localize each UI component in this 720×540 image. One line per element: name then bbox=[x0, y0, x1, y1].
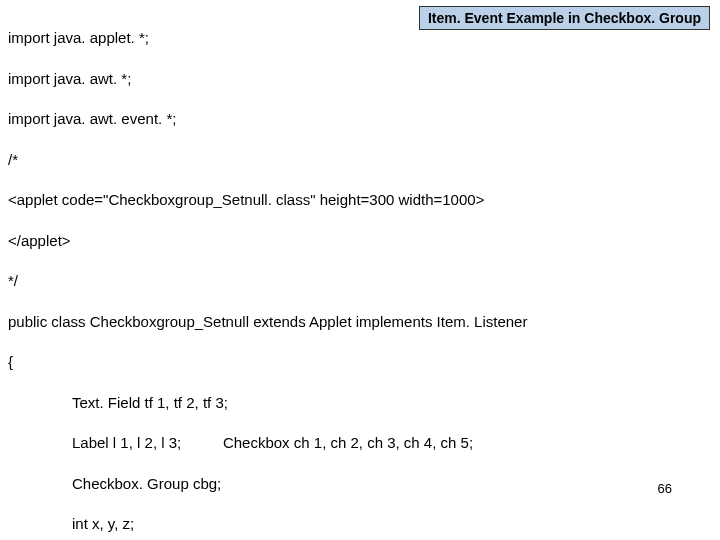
code-line: Label l 1, l 2, l 3; Checkbox ch 1, ch 2… bbox=[8, 433, 712, 453]
code-line: Checkbox. Group cbg; bbox=[8, 474, 712, 494]
code-line: <applet code="Checkboxgroup_Setnull. cla… bbox=[8, 190, 712, 210]
code-line: Text. Field tf 1, tf 2, tf 3; bbox=[8, 393, 712, 413]
code-line: </applet> bbox=[8, 231, 712, 251]
code-line: import java. awt. event. *; bbox=[8, 109, 712, 129]
code-line: public class Checkboxgroup_Setnull exten… bbox=[8, 312, 712, 332]
slide-title: Item. Event Example in Checkbox. Group bbox=[428, 10, 701, 26]
code-line: import java. awt. *; bbox=[8, 69, 712, 89]
code-line: import java. applet. *; bbox=[8, 28, 712, 48]
code-line: { bbox=[8, 352, 712, 372]
code-line: /* bbox=[8, 150, 712, 170]
code-block: import java. applet. *; import java. awt… bbox=[8, 8, 712, 540]
code-line: int x, y, z; bbox=[8, 514, 712, 534]
code-line: */ bbox=[8, 271, 712, 291]
slide-title-box: Item. Event Example in Checkbox. Group bbox=[419, 6, 710, 30]
page-number: 66 bbox=[658, 481, 672, 496]
